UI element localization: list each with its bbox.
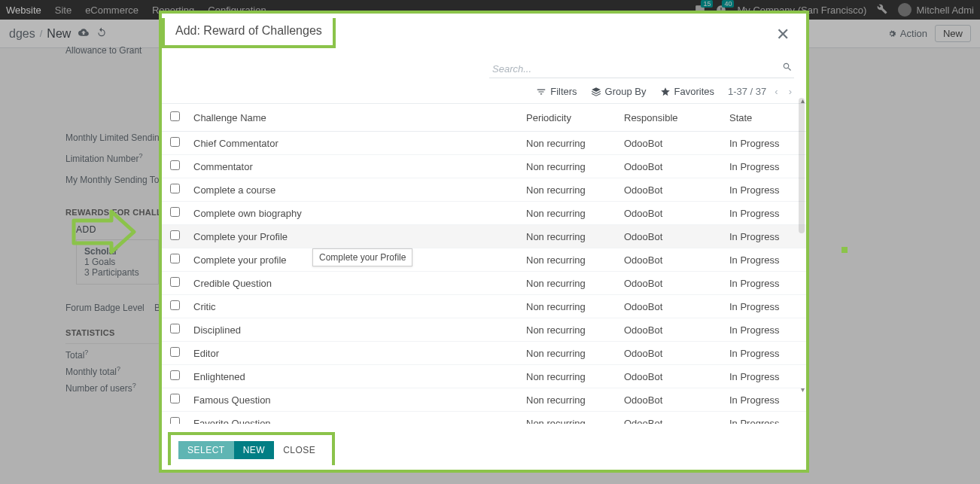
modal-add-reward: Add: Reward of Challenges ✕ Filters Grou… — [159, 11, 809, 473]
cell-responsible: OdooBot — [618, 272, 723, 295]
cell-periodicity: Non recurring — [520, 365, 618, 388]
table-row[interactable]: Editor Non recurring OdooBot In Progress — [162, 342, 806, 365]
cell-periodicity: Non recurring — [520, 388, 618, 412]
cell-responsible: OdooBot — [618, 225, 723, 248]
col-periodicity[interactable]: Periodicity — [520, 104, 618, 132]
cell-periodicity: Non recurring — [520, 295, 618, 318]
cell-responsible: OdooBot — [618, 365, 723, 388]
cell-name: Complete own biography — [187, 202, 520, 225]
col-state[interactable]: State — [723, 104, 806, 132]
col-name[interactable]: Challenge Name — [187, 104, 520, 132]
annotation-dot — [842, 247, 848, 253]
cell-responsible: OdooBot — [618, 318, 723, 342]
row-checkbox[interactable] — [170, 160, 180, 170]
cell-periodicity: Non recurring — [520, 132, 618, 155]
cell-state: In Progress — [723, 178, 806, 202]
cell-periodicity: Non recurring — [520, 412, 618, 425]
cell-periodicity: Non recurring — [520, 248, 618, 272]
close-icon[interactable]: ✕ — [772, 25, 794, 44]
cell-name: Complete your Profile — [187, 225, 520, 248]
table-row[interactable]: Complete your Profile Non recurring Odoo… — [162, 225, 806, 248]
cell-state: In Progress — [723, 132, 806, 155]
cell-state: In Progress — [723, 155, 806, 178]
new-record-button[interactable]: NEW — [234, 441, 275, 459]
cell-name: Famous Question — [187, 388, 520, 412]
pager-next-icon[interactable]: › — [787, 86, 794, 97]
cell-periodicity: Non recurring — [520, 342, 618, 365]
cell-name: Credible Question — [187, 272, 520, 295]
close-button[interactable]: CLOSE — [274, 441, 324, 459]
table-row[interactable]: Complete your profile Non recurring Odoo… — [162, 248, 806, 272]
col-responsible[interactable]: Responsible — [618, 104, 723, 132]
table-row[interactable]: Complete a course Non recurring OdooBot … — [162, 178, 806, 202]
row-checkbox[interactable] — [170, 370, 180, 380]
group-by-button[interactable]: Group By — [591, 86, 647, 97]
cell-state: In Progress — [723, 342, 806, 365]
table-row[interactable]: Credible Question Non recurring OdooBot … — [162, 272, 806, 295]
cell-periodicity: Non recurring — [520, 202, 618, 225]
scrollbar[interactable]: ▴ ▾ — [799, 98, 805, 392]
row-checkbox[interactable] — [170, 137, 180, 147]
row-checkbox[interactable] — [170, 300, 180, 310]
cell-state: In Progress — [723, 295, 806, 318]
table-row[interactable]: Critic Non recurring OdooBot In Progress — [162, 295, 806, 318]
cell-name: Favorite Question — [187, 412, 520, 425]
cell-responsible: OdooBot — [618, 132, 723, 155]
table-row[interactable]: Favorite Question Non recurring OdooBot … — [162, 412, 806, 425]
table-row[interactable]: Chief Commentator Non recurring OdooBot … — [162, 132, 806, 155]
row-checkbox[interactable] — [170, 184, 180, 193]
cell-state: In Progress — [723, 225, 806, 248]
cell-name: Critic — [187, 295, 520, 318]
cell-state: In Progress — [723, 388, 806, 412]
select-all-checkbox[interactable] — [170, 111, 180, 121]
cell-responsible: OdooBot — [618, 202, 723, 225]
cell-state: In Progress — [723, 272, 806, 295]
challenges-table: Challenge Name Periodicity Responsible S… — [162, 104, 806, 424]
cell-state: In Progress — [723, 318, 806, 342]
cell-responsible: OdooBot — [618, 342, 723, 365]
cell-periodicity: Non recurring — [520, 178, 618, 202]
cell-name: Chief Commentator — [187, 132, 520, 155]
filters-button[interactable]: Filters — [536, 86, 577, 97]
row-checkbox[interactable] — [170, 347, 180, 357]
cell-name: Disciplined — [187, 318, 520, 342]
table-scroll[interactable]: Challenge Name Periodicity Responsible S… — [162, 103, 806, 424]
row-checkbox[interactable] — [170, 230, 180, 240]
search-icon[interactable] — [782, 62, 793, 75]
row-checkbox[interactable] — [170, 394, 180, 403]
cell-state: In Progress — [723, 248, 806, 272]
cell-responsible: OdooBot — [618, 248, 723, 272]
cell-periodicity: Non recurring — [520, 225, 618, 248]
cell-state: In Progress — [723, 202, 806, 225]
row-checkbox[interactable] — [170, 254, 180, 263]
cell-name: Enlightened — [187, 365, 520, 388]
cell-state: In Progress — [723, 365, 806, 388]
cell-responsible: OdooBot — [618, 178, 723, 202]
row-checkbox[interactable] — [170, 277, 180, 287]
select-button[interactable]: SELECT — [178, 441, 234, 459]
cell-responsible: OdooBot — [618, 388, 723, 412]
table-row[interactable]: Commentator Non recurring OdooBot In Pro… — [162, 155, 806, 178]
row-checkbox[interactable] — [170, 324, 180, 333]
row-checkbox[interactable] — [170, 207, 180, 217]
search-input[interactable] — [489, 60, 794, 78]
table-row[interactable]: Complete own biography Non recurring Odo… — [162, 202, 806, 225]
cell-periodicity: Non recurring — [520, 318, 618, 342]
funnel-icon — [536, 87, 546, 97]
cell-periodicity: Non recurring — [520, 272, 618, 295]
table-row[interactable]: Famous Question Non recurring OdooBot In… — [162, 388, 806, 412]
favorites-button[interactable]: Favorites — [660, 86, 714, 97]
cell-state: In Progress — [723, 412, 806, 425]
table-row[interactable]: Enlightened Non recurring OdooBot In Pro… — [162, 365, 806, 388]
table-row[interactable]: Disciplined Non recurring OdooBot In Pro… — [162, 318, 806, 342]
modal-header: Add: Reward of Challenges ✕ — [162, 14, 806, 54]
modal-title: Add: Reward of Challenges — [175, 24, 322, 38]
star-icon — [660, 87, 671, 97]
cell-name: Commentator — [187, 155, 520, 178]
row-checkbox[interactable] — [170, 417, 180, 424]
pager-prev-icon[interactable]: ‹ — [772, 86, 780, 97]
row-tooltip: Complete your Profile — [312, 248, 412, 266]
cell-responsible: OdooBot — [618, 295, 723, 318]
cell-name: Complete a course — [187, 178, 520, 202]
cell-responsible: OdooBot — [618, 412, 723, 425]
